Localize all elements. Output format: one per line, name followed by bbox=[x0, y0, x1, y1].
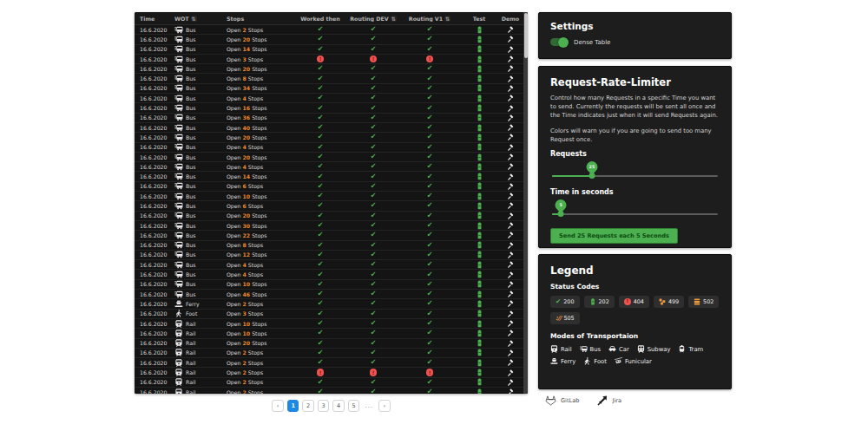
requests-slider-thumb[interactable] bbox=[589, 173, 595, 179]
hammer-icon[interactable] bbox=[507, 65, 514, 72]
hammer-icon[interactable] bbox=[507, 340, 514, 347]
hammer-icon[interactable] bbox=[507, 173, 514, 180]
sort-icon[interactable]: ⇅ bbox=[191, 16, 197, 22]
hammer-icon[interactable] bbox=[507, 202, 514, 209]
time-slider-track[interactable] bbox=[552, 213, 718, 215]
hammer-icon[interactable] bbox=[507, 251, 514, 258]
status-code-chips: ✔200202!404499502://505 bbox=[550, 296, 720, 324]
requests-slider[interactable]: 25 bbox=[552, 160, 718, 182]
mode-legend-car: Car bbox=[608, 345, 629, 353]
time-cell: 16.6.2020 bbox=[135, 232, 174, 238]
hammer-icon[interactable] bbox=[507, 330, 514, 336]
hammer-icon[interactable] bbox=[507, 46, 514, 53]
check-icon: ✔ bbox=[318, 359, 324, 366]
status-ok-cell: ✔ bbox=[398, 183, 461, 190]
hammer-icon[interactable] bbox=[507, 388, 514, 394]
hammer-icon[interactable] bbox=[507, 134, 514, 140]
gitlab-link[interactable]: GitLab bbox=[545, 395, 579, 406]
scrollbar-thumb[interactable] bbox=[524, 13, 528, 58]
hammer-icon[interactable] bbox=[507, 212, 514, 219]
status-ok-cell: ✔ bbox=[293, 163, 348, 170]
hammer-icon[interactable] bbox=[507, 105, 514, 112]
hammer-icon[interactable] bbox=[507, 26, 514, 33]
hammer-icon[interactable] bbox=[507, 163, 514, 170]
hammer-icon[interactable] bbox=[507, 291, 514, 297]
status-ok-cell: ✔ bbox=[293, 330, 348, 336]
test-cell bbox=[461, 251, 497, 258]
stops-cell: Open22Stops bbox=[227, 232, 293, 238]
status-ok-cell: ✔ bbox=[293, 212, 348, 219]
send-requests-button[interactable]: Send 25 Requests each 5 Seconds bbox=[550, 228, 678, 244]
hammer-icon[interactable] bbox=[507, 95, 514, 101]
hammer-icon[interactable] bbox=[507, 261, 514, 268]
test-cell bbox=[461, 75, 497, 82]
status-code-chip-502: 502 bbox=[688, 296, 719, 308]
sort-icon[interactable]: ⇅ bbox=[391, 16, 397, 22]
battery-icon bbox=[477, 124, 482, 132]
next-page-button[interactable]: › bbox=[378, 400, 391, 412]
page-button-5[interactable]: 5 bbox=[348, 400, 360, 412]
battery-icon bbox=[477, 251, 482, 258]
hammer-icon[interactable] bbox=[507, 379, 514, 386]
hammer-icon[interactable] bbox=[507, 193, 514, 199]
hammer-icon[interactable] bbox=[507, 271, 514, 278]
hammer-icon[interactable] bbox=[507, 310, 514, 317]
hammer-icon[interactable] bbox=[507, 36, 514, 42]
status-ok-cell: ✔ bbox=[398, 65, 461, 72]
hammer-icon[interactable] bbox=[507, 320, 514, 327]
hammer-icon[interactable] bbox=[507, 359, 514, 366]
hammer-icon[interactable] bbox=[507, 183, 514, 190]
check-icon: ✔ bbox=[371, 222, 377, 229]
hammer-icon[interactable] bbox=[507, 349, 514, 356]
test-cell bbox=[461, 339, 497, 347]
hammer-icon[interactable] bbox=[507, 153, 514, 160]
table-row: 16.6.2020FootOpen3Stops✔✔✔ bbox=[135, 310, 528, 319]
column-header-wot[interactable]: WOT⇅ bbox=[174, 16, 227, 22]
column-header-routing-v1[interactable]: Routing V1⇅ bbox=[398, 16, 461, 22]
hammer-icon[interactable] bbox=[507, 369, 514, 376]
test-cell bbox=[461, 182, 497, 190]
mode-cell: Rail bbox=[174, 339, 227, 347]
sort-icon[interactable]: ⇅ bbox=[444, 16, 450, 22]
table-scrollbar[interactable] bbox=[523, 12, 528, 394]
page-button-4[interactable]: 4 bbox=[332, 400, 345, 412]
bus-icon bbox=[174, 232, 183, 239]
page-button-2[interactable]: 2 bbox=[302, 400, 314, 412]
mode-label: Rail bbox=[186, 321, 195, 327]
test-cell bbox=[461, 232, 497, 239]
open-stops-count: 3 bbox=[243, 310, 247, 317]
hammer-icon[interactable] bbox=[507, 300, 514, 307]
hammer-icon[interactable] bbox=[507, 232, 514, 238]
mode-label: Bus bbox=[186, 27, 195, 33]
check-icon: ✔ bbox=[427, 281, 433, 288]
hammer-icon[interactable] bbox=[507, 114, 514, 121]
hammer-icon[interactable] bbox=[507, 124, 514, 131]
dense-table-toggle[interactable] bbox=[550, 38, 569, 46]
hammer-icon[interactable] bbox=[507, 222, 514, 229]
hammer-icon[interactable] bbox=[507, 56, 514, 62]
status-code-label: 505 bbox=[563, 315, 574, 322]
check-icon: ✔ bbox=[371, 114, 377, 121]
time-slider-thumb[interactable] bbox=[557, 211, 563, 217]
time-slider[interactable]: 5 bbox=[552, 198, 718, 220]
open-stops-count: 12 bbox=[243, 251, 251, 258]
jira-link[interactable]: Jira bbox=[596, 395, 621, 406]
demo-cell bbox=[497, 173, 523, 180]
hammer-icon[interactable] bbox=[507, 242, 514, 249]
stops-cell: Open46Stops bbox=[227, 291, 293, 297]
status-ok-cell: ✔ bbox=[398, 340, 461, 347]
hammer-icon[interactable] bbox=[507, 281, 514, 288]
hammer-icon[interactable] bbox=[507, 144, 514, 151]
hammer-icon[interactable] bbox=[507, 85, 514, 92]
bus-icon bbox=[174, 56, 183, 63]
time-cell: 16.6.2020 bbox=[135, 223, 174, 229]
open-stops-count: 4 bbox=[243, 144, 247, 150]
page-button-3[interactable]: 3 bbox=[318, 400, 330, 412]
hammer-icon[interactable] bbox=[507, 75, 514, 82]
status-ok-cell: ✔ bbox=[398, 349, 461, 356]
time-cell: 16.6.2020 bbox=[135, 105, 174, 111]
previous-page-button[interactable]: ‹ bbox=[272, 400, 284, 412]
column-header-routing-dev[interactable]: Routing DEV⇅ bbox=[348, 16, 398, 22]
page-button-1[interactable]: 1 bbox=[287, 400, 299, 412]
battery-icon bbox=[477, 95, 482, 102]
